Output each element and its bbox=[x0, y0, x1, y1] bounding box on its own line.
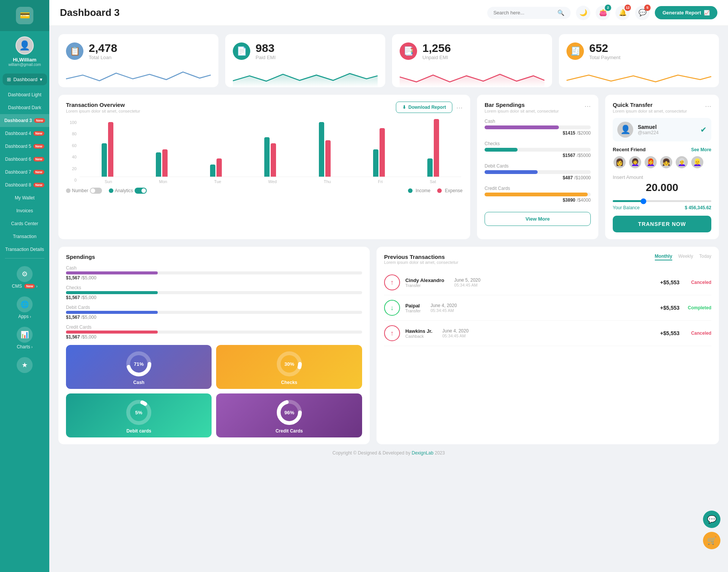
quick-transfer-title: Quick Transfer bbox=[613, 102, 687, 108]
bar-teal-sat bbox=[427, 158, 433, 177]
friend-avatar-4[interactable]: 👧 bbox=[659, 155, 673, 169]
more-options-button[interactable]: ··· bbox=[456, 103, 463, 112]
sidebar-item-dashboard-6[interactable]: Dashboard 6 New bbox=[0, 153, 49, 166]
transfer-user-handle: @sam224 bbox=[638, 130, 659, 135]
chevron-right-icon: › bbox=[30, 315, 31, 319]
charts-icon[interactable]: 📊 bbox=[17, 327, 33, 343]
friend-avatar-5[interactable]: 👩‍🦳 bbox=[675, 155, 689, 169]
cms-icon[interactable]: ⚙ bbox=[17, 266, 33, 282]
prev-tx-title: Previous Transactions bbox=[384, 254, 458, 260]
sidebar: 💳 👤 Hi,William william@gmail.com ⊞ Dashb… bbox=[0, 0, 49, 572]
sidebar-item-invoices[interactable]: Invoices bbox=[0, 204, 49, 217]
star-icon[interactable]: ★ bbox=[17, 357, 33, 373]
sidebar-item-my-wallet[interactable]: My Wallet bbox=[0, 191, 49, 204]
tab-weekly[interactable]: Weekly bbox=[678, 254, 693, 260]
new-badge: New bbox=[33, 157, 44, 161]
new-badge: New bbox=[33, 144, 44, 149]
search-input[interactable] bbox=[493, 10, 554, 16]
footer: Copyright © Designed & Developed by Dexi… bbox=[58, 444, 719, 459]
download-report-button[interactable]: ⬇ Download Report bbox=[396, 102, 452, 113]
sidebar-section-charts[interactable]: 📊 Charts › bbox=[0, 321, 49, 352]
friend-avatar-1[interactable]: 👩 bbox=[613, 155, 626, 169]
sidebar-item-transaction-details[interactable]: Transaction Details bbox=[0, 243, 49, 256]
sidebar-item-dashboard-7[interactable]: Dashboard 7 New bbox=[0, 166, 49, 179]
messages-button[interactable]: 💬 5 bbox=[635, 6, 650, 20]
stat-card-unpaid-emi: 📑 1,256 Unpaid EMI bbox=[392, 34, 552, 87]
paid-emi-wave bbox=[233, 67, 378, 87]
donut-card-debit[interactable]: 5% Debit cards bbox=[66, 393, 212, 437]
spending-row-cash: Cash $1415/$2000 bbox=[485, 119, 591, 136]
number-toggle[interactable] bbox=[90, 188, 102, 194]
spendings-credit-row: Credit Cards $1,567 /$5,000 bbox=[66, 324, 362, 340]
notifications-button[interactable]: 🔔 12 bbox=[615, 6, 630, 20]
generate-report-button[interactable]: Generate Report 📈 bbox=[655, 6, 717, 19]
view-more-button[interactable]: View More bbox=[485, 212, 591, 226]
transaction-list: ↑ Cindy Alexandro Transfer June 5, 2020 … bbox=[384, 270, 711, 346]
tx-status-paipal: Completed bbox=[685, 305, 711, 310]
search-icon: 🔍 bbox=[557, 9, 565, 16]
sidebar-item-dashboard-5[interactable]: Dashboard 5 New bbox=[0, 140, 49, 153]
dark-mode-button[interactable]: 🌙 bbox=[576, 6, 590, 20]
search-bar: 🔍 bbox=[487, 7, 571, 19]
donut-card-cash[interactable]: 71% Cash bbox=[66, 345, 212, 389]
bar-spendings-more-button[interactable]: ··· bbox=[584, 102, 591, 110]
wallet-button[interactable]: 👛 2 bbox=[596, 6, 610, 20]
spendings-cash-row: Cash $1,567 /$5,000 bbox=[66, 265, 362, 281]
sidebar-item-dashboard-4[interactable]: Dashboard 4 New bbox=[0, 127, 49, 140]
donut-label-checks: Checks bbox=[281, 380, 297, 385]
analytics-toggle[interactable] bbox=[135, 188, 147, 194]
tx-time-cindy: 05:34:45 AM bbox=[454, 283, 485, 287]
bar-red-tue bbox=[217, 158, 222, 177]
number-legend-dot bbox=[66, 188, 71, 193]
chart-bar-icon: 📈 bbox=[704, 10, 710, 16]
new-badge: New bbox=[33, 183, 44, 187]
tab-today[interactable]: Today bbox=[699, 254, 711, 260]
bar-group-fri bbox=[373, 128, 385, 177]
sidebar-section-apps[interactable]: 🌐 Apps › bbox=[0, 291, 49, 321]
bar-teal-wed bbox=[264, 137, 270, 177]
wallet-badge: 2 bbox=[605, 5, 611, 11]
sidebar-item-dashboard-3[interactable]: Dashboard 3 New bbox=[0, 114, 49, 127]
sidebar-section-favorites[interactable]: ★ bbox=[0, 352, 49, 377]
friend-avatar-3[interactable]: 👩‍🦰 bbox=[644, 155, 657, 169]
transfer-user-name: Samuel bbox=[638, 124, 659, 130]
sidebar-item-dashboard-dark[interactable]: Dashboard Dark bbox=[0, 101, 49, 114]
footer-link[interactable]: DexignLab bbox=[412, 450, 433, 456]
bar-red-sat bbox=[434, 119, 439, 177]
quick-transfer-more-button[interactable]: ··· bbox=[705, 102, 711, 110]
moon-icon: 🌙 bbox=[579, 9, 587, 17]
sidebar-item-dashboard-light[interactable]: Dashboard Light bbox=[0, 88, 49, 101]
transfer-now-button[interactable]: TRANSFER NOW bbox=[613, 216, 711, 232]
sidebar-item-cards-center[interactable]: Cards Center bbox=[0, 217, 49, 230]
transfer-user-row: 👤 Samuel @sam224 ✔ bbox=[613, 118, 711, 141]
svg-text:71%: 71% bbox=[134, 361, 144, 367]
apps-icon[interactable]: 🌐 bbox=[17, 296, 33, 312]
notifications-badge: 12 bbox=[624, 5, 631, 11]
previous-transactions-card: Previous Transactions Lorem ipsum dolor … bbox=[377, 247, 719, 444]
friend-avatar-2[interactable]: 👩‍🦱 bbox=[628, 155, 642, 169]
dashboard-menu-button[interactable]: ⊞ Dashboard ▾ bbox=[3, 74, 47, 85]
spendings-card: Spendings Cash $1,567 /$5,000 Checks $1,… bbox=[58, 247, 370, 444]
see-more-link[interactable]: See More bbox=[691, 147, 711, 152]
friend-avatar-6[interactable]: 👱‍♀️ bbox=[690, 155, 704, 169]
quick-transfer-card: Quick Transfer Lorem ipsum dolor sit ame… bbox=[605, 95, 719, 239]
logo-icon[interactable]: 💳 bbox=[16, 7, 33, 24]
content-area: 📋 2,478 Total Loan 📄 983 Paid EMI bbox=[49, 26, 728, 572]
sidebar-item-dashboard-8[interactable]: Dashboard 8 New bbox=[0, 179, 49, 191]
bottom-grid: Spendings Cash $1,567 /$5,000 Checks $1,… bbox=[58, 247, 719, 444]
donut-card-credit[interactable]: 96% Credit Cards bbox=[216, 393, 362, 437]
sidebar-item-transaction[interactable]: Transaction bbox=[0, 230, 49, 243]
cart-float-button[interactable]: 🛒 bbox=[703, 532, 720, 549]
support-float-button[interactable]: 💬 bbox=[703, 511, 720, 528]
topbar: Dashboard 3 🔍 🌙 👛 2 🔔 12 💬 5 Generate Re… bbox=[49, 0, 728, 26]
amount-slider[interactable] bbox=[613, 200, 711, 202]
tab-monthly[interactable]: Monthly bbox=[655, 254, 672, 260]
svg-text:30%: 30% bbox=[284, 361, 294, 367]
tx-time-paipal: 05:34:45 AM bbox=[430, 308, 461, 313]
sidebar-section-cms[interactable]: ⚙ CMS New › bbox=[0, 261, 49, 291]
cms-badge: New bbox=[24, 284, 35, 288]
donut-card-checks[interactable]: 30% Checks bbox=[216, 345, 362, 389]
bar-teal-thu bbox=[319, 122, 324, 177]
spending-row-debit: Debit Cards $487/$10000 bbox=[485, 163, 591, 180]
donut-svg-credit: 96% bbox=[276, 399, 303, 426]
